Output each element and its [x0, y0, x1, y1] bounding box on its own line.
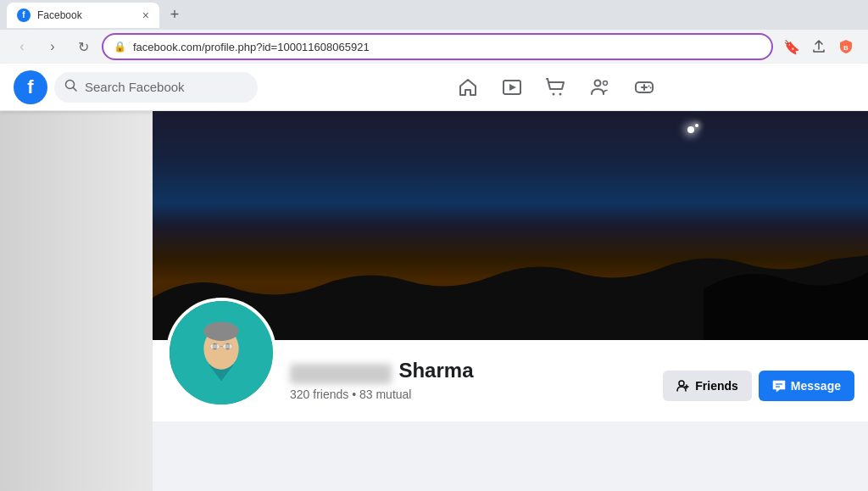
- svg-text:B: B: [843, 44, 849, 52]
- svg-rect-20: [210, 344, 220, 349]
- svg-point-17: [203, 321, 238, 341]
- browser-toolbar: ‹ › ↻ 🔒 🔖 B: [0, 30, 868, 64]
- friends-button[interactable]: Friends: [663, 371, 752, 401]
- message-button[interactable]: Message: [759, 371, 854, 401]
- friends-icon: [676, 379, 690, 393]
- profile-content: Sharma 320 friends • 83 mutual: [0, 111, 868, 491]
- left-sidebar: [0, 111, 153, 491]
- tab-close-button[interactable]: ×: [142, 8, 149, 22]
- profile-main: Sharma 320 friends • 83 mutual: [153, 111, 868, 491]
- profile-full-name: Sharma: [290, 359, 649, 384]
- facebook-nav-icons: [258, 67, 854, 108]
- back-button[interactable]: ‹: [10, 35, 34, 59]
- facebook-navbar: f Search Facebook: [0, 64, 868, 111]
- share-icon[interactable]: [807, 35, 831, 59]
- profile-info-bar: Sharma 320 friends • 83 mutual: [153, 340, 868, 421]
- nav-friends-button[interactable]: [580, 67, 620, 108]
- nav-marketplace-button[interactable]: [536, 67, 576, 108]
- svg-point-13: [650, 86, 652, 88]
- browser-chrome: f Facebook × + ‹ › ↻ 🔒 🔖: [0, 0, 868, 64]
- address-bar-container[interactable]: 🔒: [102, 33, 773, 60]
- svg-rect-21: [223, 344, 232, 349]
- search-placeholder: Search Facebook: [85, 80, 185, 94]
- svg-point-12: [648, 85, 650, 86]
- tab-title: Facebook: [37, 9, 136, 21]
- new-tab-button[interactable]: +: [163, 3, 186, 27]
- svg-point-23: [679, 381, 684, 386]
- toolbar-actions: 🔖 B: [780, 35, 858, 59]
- moon: [687, 126, 694, 133]
- forward-button[interactable]: ›: [41, 35, 64, 59]
- address-bar[interactable]: [133, 41, 761, 53]
- tab-bar: f Facebook × +: [0, 0, 868, 30]
- profile-surname: Sharma: [398, 359, 473, 382]
- nav-gaming-button[interactable]: [624, 67, 665, 108]
- profile-avatar-wrapper: [166, 298, 276, 408]
- profile-layout: Sharma 320 friends • 83 mutual: [0, 111, 868, 491]
- nav-watch-button[interactable]: [492, 67, 532, 108]
- svg-point-8: [604, 81, 608, 85]
- svg-marker-4: [509, 84, 516, 91]
- message-icon: [772, 379, 786, 393]
- profile-name-blurred: [290, 364, 392, 384]
- svg-point-6: [559, 92, 562, 95]
- active-tab[interactable]: f Facebook ×: [7, 3, 159, 28]
- svg-point-7: [595, 80, 601, 86]
- facebook-logo[interactable]: f: [14, 70, 47, 104]
- svg-line-2: [74, 88, 77, 92]
- tab-favicon: f: [17, 8, 31, 22]
- svg-point-5: [553, 92, 555, 95]
- lock-icon: 🔒: [114, 41, 126, 53]
- brave-shield-icon[interactable]: B: [834, 35, 858, 59]
- profile-friends-info: 320 friends • 83 mutual: [290, 388, 649, 401]
- bookmark-icon[interactable]: 🔖: [780, 35, 804, 59]
- reload-button[interactable]: ↻: [71, 35, 95, 59]
- facebook-search-bar[interactable]: Search Facebook: [54, 72, 258, 103]
- search-icon: [64, 79, 78, 95]
- profile-name-area: Sharma 320 friends • 83 mutual: [290, 359, 649, 408]
- profile-avatar[interactable]: [166, 298, 276, 408]
- profile-actions: Friends Message: [663, 371, 854, 408]
- nav-home-button[interactable]: [448, 67, 488, 108]
